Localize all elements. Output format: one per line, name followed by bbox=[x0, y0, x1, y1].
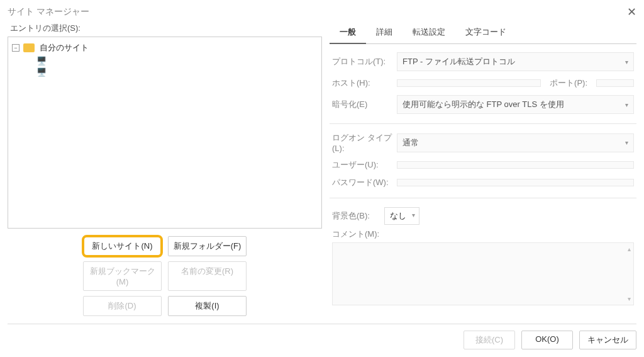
bgcolor-select[interactable]: なし ▾ bbox=[384, 207, 419, 225]
host-input[interactable] bbox=[397, 79, 541, 87]
rename-button: 名前の変更(R) bbox=[168, 261, 247, 291]
tree-site-item[interactable]: 🖥️ bbox=[12, 66, 318, 77]
port-label: ポート(P): bbox=[550, 77, 587, 89]
folder-icon bbox=[23, 43, 35, 52]
logon-type-label: ログオン タイプ(L): bbox=[332, 132, 392, 153]
chevron-down-icon: ▾ bbox=[625, 101, 628, 108]
comment-label: コメント(M): bbox=[332, 229, 634, 240]
tab-charset[interactable]: 文字コード bbox=[455, 23, 516, 43]
entry-select-label: エントリの選択(S): bbox=[8, 23, 322, 34]
chevron-down-icon: ▾ bbox=[625, 59, 628, 65]
comment-textarea[interactable]: ▴ ▾ bbox=[332, 242, 634, 305]
new-site-button[interactable]: 新しいサイト(N) bbox=[83, 236, 162, 256]
host-label: ホスト(H): bbox=[332, 77, 392, 89]
logon-type-value: 通常 bbox=[402, 137, 419, 149]
new-folder-button[interactable]: 新規フォルダー(F) bbox=[168, 236, 247, 256]
tree-root-row[interactable]: − 自分のサイト bbox=[12, 41, 318, 55]
logon-type-select[interactable]: 通常 ▾ bbox=[397, 133, 634, 152]
scroll-up-icon[interactable]: ▴ bbox=[628, 246, 631, 252]
ok-button[interactable]: OK(O) bbox=[521, 331, 573, 349]
new-bookmark-button: 新規ブックマーク(M) bbox=[83, 261, 162, 291]
close-icon[interactable]: ✕ bbox=[627, 5, 636, 19]
chevron-down-icon: ▾ bbox=[412, 212, 415, 218]
window-title: サイト マネージャー bbox=[8, 6, 89, 18]
tab-transfer[interactable]: 転送設定 bbox=[402, 23, 455, 43]
port-input[interactable] bbox=[596, 79, 634, 87]
bgcolor-label: 背景色(B): bbox=[332, 210, 379, 222]
tab-general[interactable]: 一般 bbox=[330, 23, 366, 44]
cancel-button[interactable]: キャンセル bbox=[579, 331, 636, 349]
encryption-select[interactable]: 使用可能なら明示的な FTP over TLS を使用 ▾ bbox=[397, 95, 634, 114]
server-icon: 🖥️ bbox=[36, 56, 47, 65]
server-icon: 🖥️ bbox=[36, 67, 47, 76]
encryption-label: 暗号化(E) bbox=[332, 99, 392, 110]
scroll-down-icon[interactable]: ▾ bbox=[628, 295, 631, 302]
user-input[interactable] bbox=[397, 161, 634, 169]
tab-detail[interactable]: 詳細 bbox=[366, 23, 402, 43]
chevron-down-icon: ▾ bbox=[625, 139, 628, 146]
delete-button: 削除(D) bbox=[83, 296, 162, 316]
collapse-icon[interactable]: − bbox=[12, 44, 19, 52]
tree-root-label: 自分のサイト bbox=[40, 42, 89, 54]
password-input[interactable] bbox=[397, 179, 634, 186]
duplicate-button[interactable]: 複製(I) bbox=[168, 296, 247, 316]
bgcolor-value: なし bbox=[390, 211, 406, 220]
protocol-value: FTP - ファイル転送プロトコル bbox=[402, 56, 515, 67]
password-label: パスワード(W): bbox=[332, 177, 392, 188]
protocol-select[interactable]: FTP - ファイル転送プロトコル ▾ bbox=[397, 52, 634, 71]
site-tree[interactable]: − 自分のサイト 🖥️ 🖥️ bbox=[8, 37, 322, 229]
user-label: ユーザー(U): bbox=[332, 159, 392, 171]
protocol-label: プロトコル(T): bbox=[332, 56, 392, 67]
tree-site-item[interactable]: 🖥️ bbox=[12, 55, 318, 66]
connect-button: 接続(C) bbox=[464, 331, 515, 349]
encryption-value: 使用可能なら明示的な FTP over TLS を使用 bbox=[402, 99, 564, 110]
